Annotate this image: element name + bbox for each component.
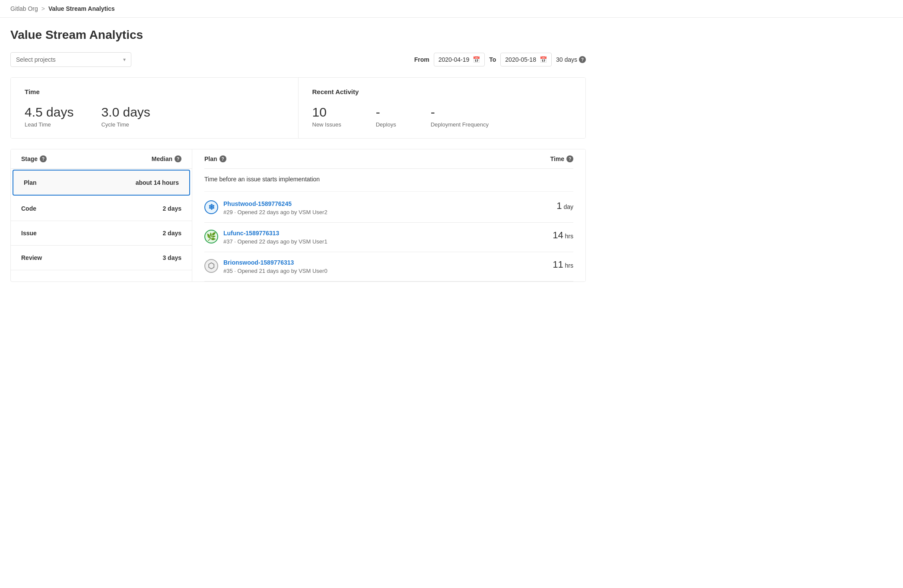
deploys-metric: - Deploys	[376, 106, 396, 128]
dot-icon: ⬡	[208, 261, 215, 271]
time-col-help-icon[interactable]: ?	[566, 155, 573, 162]
recent-activity-stats: 10 New Issues - Deploys - Deployment Fre…	[312, 106, 572, 128]
issue-meta-1: #37 · Opened 22 days ago by VSM User1	[223, 238, 327, 245]
to-date-input[interactable]: 2020-05-18 📅	[500, 53, 552, 66]
stage-list-header: Stage ? Median ?	[11, 149, 192, 169]
new-issues-value: 10	[312, 106, 327, 119]
breadcrumb-current: Value Stream Analytics	[48, 5, 115, 12]
issue-avatar-2: ⬡	[204, 259, 218, 273]
stage-row-plan[interactable]: Plan about 14 hours	[13, 170, 190, 196]
filters-row: Select projects ▾ From 2020-04-19 📅 To 2…	[10, 52, 586, 67]
stage-help-icon[interactable]: ?	[40, 155, 47, 162]
date-range: From 2020-04-19 📅 To 2020-05-18 📅 30 day…	[414, 53, 586, 66]
time-num-0: 1	[556, 200, 562, 211]
from-label: From	[414, 56, 429, 63]
issue-meta-2: #35 · Opened 21 days ago by VSM User0	[223, 268, 327, 274]
stage-name-code: Code	[21, 205, 162, 212]
deploy-freq-label: Deployment Frequency	[431, 121, 489, 128]
time-num-1: 14	[553, 230, 563, 240]
deploys-value: -	[376, 106, 380, 119]
time-stats: 4.5 days Lead Time 3.0 days Cycle Time	[25, 106, 284, 128]
stage-detail: Plan ? Time ? Time before an issue start…	[192, 149, 585, 281]
calendar-icon: 📅	[473, 56, 480, 63]
stage-detail-title: Plan ?	[204, 155, 226, 162]
new-issues-metric: 10 New Issues	[312, 106, 341, 128]
stage-detail-time-col: Time ?	[550, 155, 573, 162]
issue-time-2: 11 hrs	[553, 259, 573, 270]
stage-median-plan: about 14 hours	[136, 179, 179, 186]
issue-meta-0: #29 · Opened 22 days ago by VSM User2	[223, 209, 327, 215]
issue-time-0: 1 day	[556, 200, 573, 212]
deploy-freq-metric: - Deployment Frequency	[431, 106, 489, 128]
from-date-value: 2020-04-19	[439, 56, 470, 63]
time-panel: Time 4.5 days Lead Time 3.0 days Cycle T…	[11, 78, 299, 138]
stage-col-label: Stage	[21, 155, 38, 162]
lead-time-label: Lead Time	[25, 121, 51, 128]
chevron-down-icon: ▾	[123, 57, 126, 63]
stage-median-code: 2 days	[162, 205, 181, 212]
stage-row-issue[interactable]: Issue 2 days	[11, 221, 192, 246]
stage-col-header: Stage ?	[21, 155, 152, 162]
stage-row-code[interactable]: Code 2 days	[11, 196, 192, 221]
issue-avatar-1: 🌿	[204, 230, 218, 243]
issue-title-1[interactable]: Lufunc-1589776313	[223, 230, 546, 237]
median-help-icon[interactable]: ?	[175, 155, 181, 162]
project-select-label: Select projects	[16, 56, 56, 63]
median-col-header: Median ?	[152, 155, 181, 162]
plan-help-icon[interactable]: ?	[219, 155, 226, 162]
deploys-label: Deploys	[376, 121, 396, 128]
stage-name-issue: Issue	[21, 230, 162, 237]
lead-time-value: 4.5 days	[25, 106, 73, 119]
median-col-label: Median	[152, 155, 172, 162]
stage-description: Time before an issue starts implementati…	[204, 169, 573, 192]
time-unit-0: day	[563, 203, 573, 210]
stage-row-review[interactable]: Review 3 days	[11, 246, 192, 270]
days-label: 30 days	[556, 56, 577, 63]
leaf-icon: 🌿	[207, 232, 216, 241]
breadcrumb-parent[interactable]: Gitlab Org	[10, 5, 38, 12]
stage-median-review: 3 days	[162, 254, 181, 261]
time-unit-1: hrs	[565, 233, 573, 240]
calendar-icon-2: 📅	[540, 56, 547, 63]
time-unit-2: hrs	[565, 262, 573, 269]
breadcrumb-separator: >	[41, 5, 45, 12]
metrics-row: Time 4.5 days Lead Time 3.0 days Cycle T…	[10, 77, 586, 139]
issue-title-0[interactable]: Phustwood-1589776245	[223, 200, 550, 207]
lead-time-metric: 4.5 days Lead Time	[25, 106, 73, 128]
issue-row-0: ❄ Phustwood-1589776245 #29 · Opened 22 d…	[204, 193, 573, 223]
recent-activity-panel: Recent Activity 10 New Issues - Deploys …	[299, 78, 586, 138]
stage-table-section: Stage ? Median ? Plan about 14 hours Cod…	[10, 149, 586, 282]
issue-info-2: Brionswood-1589776313 #35 · Opened 21 da…	[223, 259, 546, 274]
from-date-input[interactable]: 2020-04-19 📅	[434, 53, 485, 66]
to-label: To	[489, 56, 496, 63]
to-date-value: 2020-05-18	[505, 56, 536, 63]
issue-title-2[interactable]: Brionswood-1589776313	[223, 259, 546, 266]
issue-time-1: 14 hrs	[553, 230, 573, 241]
recent-activity-title: Recent Activity	[312, 88, 572, 95]
time-panel-title: Time	[25, 88, 284, 95]
cycle-time-label: Cycle Time	[101, 121, 129, 128]
stage-name-review: Review	[21, 254, 162, 261]
cycle-time-value: 3.0 days	[101, 106, 150, 119]
stage-name-plan: Plan	[24, 179, 136, 186]
time-num-2: 11	[553, 259, 563, 270]
issue-info-1: Lufunc-1589776313 #37 · Opened 22 days a…	[223, 230, 546, 245]
stage-list: Stage ? Median ? Plan about 14 hours Cod…	[11, 149, 192, 281]
issue-row-2: ⬡ Brionswood-1589776313 #35 · Opened 21 …	[204, 252, 573, 281]
days-help-icon[interactable]: ?	[579, 56, 586, 63]
issue-info-0: Phustwood-1589776245 #29 · Opened 22 day…	[223, 200, 550, 215]
project-select[interactable]: Select projects ▾	[10, 52, 131, 67]
issue-row-1: 🌿 Lufunc-1589776313 #37 · Opened 22 days…	[204, 223, 573, 252]
page-title: Value Stream Analytics	[10, 28, 586, 42]
deploy-freq-value: -	[431, 106, 435, 119]
cycle-time-metric: 3.0 days Cycle Time	[101, 106, 150, 128]
days-badge: 30 days ?	[556, 56, 586, 63]
snowflake-icon: ❄	[208, 202, 215, 212]
issue-avatar-0: ❄	[204, 200, 218, 214]
new-issues-label: New Issues	[312, 121, 341, 128]
breadcrumb: Gitlab Org > Value Stream Analytics	[0, 0, 903, 18]
stage-detail-header: Plan ? Time ?	[204, 149, 573, 169]
stage-median-issue: 2 days	[162, 230, 181, 237]
stage-detail-title-area: Plan ?	[204, 155, 226, 162]
